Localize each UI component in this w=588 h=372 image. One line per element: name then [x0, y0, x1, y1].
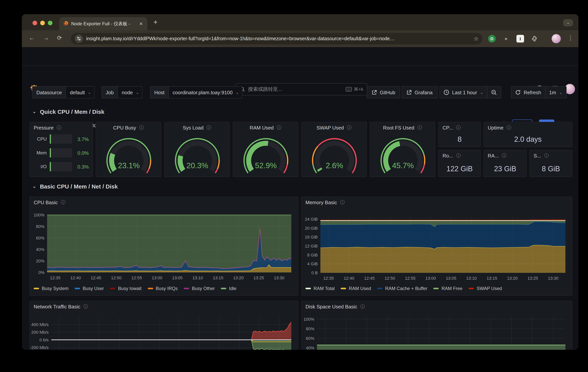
extension-i-icon[interactable]: I	[516, 35, 524, 43]
legend-color-chip	[221, 288, 226, 289]
search-shortcut: ⌘+k	[346, 87, 363, 92]
forward-icon[interactable]: →	[43, 34, 49, 41]
refresh-icon	[515, 90, 521, 95]
svg-text:0%: 0%	[38, 270, 44, 275]
legend-item[interactable]: RAM Used	[341, 286, 371, 291]
extensions-puzzle-icon[interactable]	[531, 35, 538, 43]
disk-space-chart: 100%80%60%40%	[302, 301, 572, 350]
svg-text:13:30: 13:30	[548, 276, 558, 281]
legend-item[interactable]: RAM Cache + Buffer	[377, 286, 427, 291]
info-icon[interactable]: ⓘ	[502, 153, 506, 159]
github-link-button[interactable]: GitHub	[367, 86, 400, 98]
legend-item[interactable]: SWAP Used	[469, 286, 502, 291]
back-icon[interactable]: ←	[29, 34, 35, 41]
info-icon[interactable]: ⓘ	[456, 153, 461, 159]
legend-item[interactable]: Busy IRQs	[148, 286, 178, 291]
extension-arrow-icon[interactable]: ➤	[502, 35, 510, 43]
info-icon[interactable]: ⓘ	[418, 124, 422, 131]
legend-item[interactable]: Busy System	[34, 286, 69, 291]
screen: Node Exporter Full - 仪表板 - ✕ + ⌄ ← → ⟳ i…	[0, 0, 588, 372]
svg-text:13:20: 13:20	[233, 275, 244, 280]
svg-text:60%: 60%	[306, 336, 314, 341]
legend-item[interactable]: Busy Iowait	[110, 286, 142, 291]
info-icon[interactable]: ⓘ	[544, 153, 549, 159]
panel-title: Root FS Used	[383, 125, 414, 131]
legend-item[interactable]: RAM Total	[305, 286, 335, 291]
browser-menu-kebab-icon[interactable]: ⋮	[568, 34, 573, 41]
tab-strip: Node Exporter Full - 仪表板 - ✕ + ⌄	[22, 14, 578, 30]
site-info-icon[interactable]	[75, 34, 83, 43]
panel-memory-basic: Memory Basicⓘ 0 B4 GiB8 GiB12 GiB16 GiB2…	[301, 197, 572, 296]
svg-text:12:35: 12:35	[50, 275, 61, 280]
panel-title: RA...	[488, 153, 499, 159]
svg-text:80%: 80%	[36, 224, 44, 229]
grafana-link-button[interactable]: Grafana	[402, 86, 438, 98]
legend-item[interactable]: Idle	[221, 286, 236, 291]
info-icon[interactable]: ⓘ	[506, 124, 511, 131]
memory-basic-legend: RAM TotalRAM UsedRAM Cache + BufferRAM F…	[305, 286, 502, 291]
svg-text:20 GiB: 20 GiB	[305, 226, 318, 231]
legend-item[interactable]: Busy User	[75, 286, 104, 291]
bookmark-star-icon[interactable]: ☆	[474, 36, 479, 42]
svg-text:16 GiB: 16 GiB	[305, 235, 318, 240]
browser-profile-avatar[interactable]	[552, 34, 561, 43]
stat-rootfs-total-value: 122 GiB	[439, 165, 480, 173]
maximize-window-button[interactable]	[48, 21, 52, 25]
info-icon[interactable]: ⓘ	[139, 124, 144, 131]
variable-job[interactable]: Job node⌄	[101, 86, 143, 98]
panel-uptime: Uptimeⓘ 2.0 days	[483, 122, 572, 147]
minimize-window-button[interactable]	[40, 21, 45, 25]
info-icon[interactable]: ⓘ	[456, 124, 461, 131]
time-range-button[interactable]: Last 1 hour ⌄	[440, 87, 487, 98]
svg-text:4 GiB: 4 GiB	[307, 262, 318, 266]
refresh-interval-button[interactable]: 1m ⌄	[545, 87, 566, 98]
zoom-out-button[interactable]	[487, 87, 501, 98]
section-basic[interactable]: ⌄ Basic CPU / Mem / Net / Disk	[32, 183, 118, 190]
svg-text:12:50: 12:50	[111, 275, 122, 280]
tab-search-chevron-icon[interactable]: ⌄	[563, 19, 573, 26]
info-icon[interactable]: ⓘ	[277, 124, 281, 131]
svg-text:12:55: 12:55	[131, 275, 142, 280]
svg-text:100%: 100%	[304, 317, 314, 322]
section-quick-cpu[interactable]: ⌄ Quick CPU / Mem / Disk	[32, 109, 104, 115]
info-icon[interactable]: ⓘ	[207, 124, 211, 131]
refresh-interval-value: 1m	[549, 89, 556, 95]
variable-datasource-value: default	[70, 89, 85, 95]
panel-swap-used: SWAP Usedⓘ 2.6%	[301, 122, 367, 177]
extension-green-icon[interactable]: D	[488, 35, 496, 43]
new-tab-button[interactable]: +	[154, 19, 158, 26]
svg-text:12:35: 12:35	[323, 276, 334, 281]
pressure-io-value: 0.3%	[77, 164, 89, 170]
time-range-value: Last 1 hour	[452, 89, 477, 95]
svg-text:12:55: 12:55	[405, 276, 416, 281]
info-icon[interactable]: ⓘ	[347, 124, 352, 131]
svg-text:23.1%: 23.1%	[118, 161, 139, 170]
legend-color-chip	[184, 288, 189, 289]
variable-datasource[interactable]: Datasource default⌄	[32, 86, 94, 98]
svg-text:13:05: 13:05	[446, 276, 456, 281]
legend-item[interactable]: Busy Other	[184, 286, 215, 291]
info-icon[interactable]: ⓘ	[57, 124, 61, 131]
stat-ram-total-value: 23 GiB	[484, 165, 526, 173]
reload-icon[interactable]: ⟳	[57, 34, 62, 41]
legend-color-chip	[469, 288, 474, 289]
search-input[interactable]: 搜索或跳转至... ⌘+k	[235, 83, 368, 95]
close-window-button[interactable]	[32, 21, 37, 25]
browser-tab[interactable]: Node Exporter Full - 仪表板 - ✕	[59, 17, 147, 30]
legend-item[interactable]: RAM Free	[433, 286, 462, 291]
svg-text:13:15: 13:15	[487, 276, 497, 281]
panel-disk-space-basic: Disk Space Used Basicⓘ 100%80%60%40%	[301, 301, 572, 350]
variable-host[interactable]: Host coordinator.plam.toay:9100⌄	[150, 86, 242, 98]
tab-close-icon[interactable]: ✕	[138, 21, 144, 27]
pressure-row-io: I/O 0.3%	[30, 162, 93, 171]
svg-text:12:45: 12:45	[91, 275, 101, 280]
memory-basic-chart: 0 B4 GiB8 GiB12 GiB16 GiB20 GiB24 GiB12:…	[302, 197, 572, 296]
svg-text:0 B: 0 B	[311, 271, 318, 275]
address-bar[interactable]: insight.plam.toay.io/d/rYdddlPWk/node-ex…	[71, 33, 482, 44]
section-collapse-chevron-icon: ⌄	[32, 184, 36, 189]
panel-title: CPU Busy	[113, 125, 136, 131]
tab-title: Node Exporter Full - 仪表板 -	[71, 21, 135, 27]
svg-text:13:30: 13:30	[274, 275, 284, 280]
refresh-button[interactable]: Refresh	[511, 87, 545, 98]
panel-sys-load: Sys Loadⓘ 20.3%	[164, 122, 230, 177]
